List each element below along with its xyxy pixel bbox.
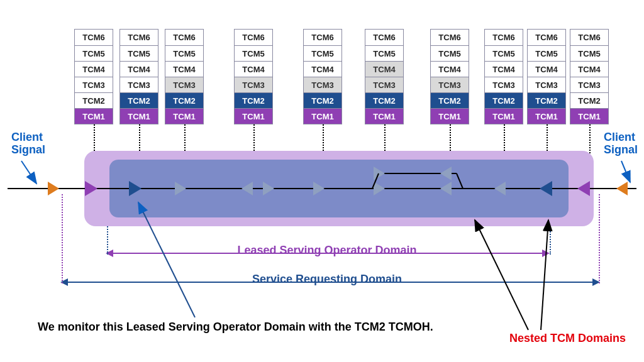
svg-line-3 — [475, 220, 528, 330]
tcm-cell: TCM4 — [165, 61, 203, 77]
triangle-grey-5b — [374, 167, 385, 180]
tcm-cell: TCM5 — [120, 45, 158, 61]
tcm-cell: TCM6 — [431, 30, 469, 45]
tcm-cell: TCM3 — [528, 77, 565, 92]
tcm-cell: TCM5 — [365, 45, 403, 61]
tcm-cell: TCM6 — [75, 30, 113, 45]
svg-line-4 — [541, 220, 548, 330]
svg-line-0 — [21, 161, 36, 184]
triangle-blue-left — [129, 181, 142, 196]
tcm-cell: TCM5 — [570, 45, 608, 61]
leased-label: Leased Serving Operator Domain — [201, 244, 453, 257]
svg-line-1 — [621, 161, 630, 182]
tcm-cell: TCM5 — [304, 45, 341, 61]
nested-label: Nested TCM Domains — [509, 332, 626, 345]
tcm-cell: TCM3 — [485, 77, 523, 92]
tcm-cell: TCM1 — [75, 108, 113, 124]
triangle-blue-right — [540, 181, 552, 196]
service-span — [68, 282, 592, 283]
tcm-cell: TCM6 — [120, 30, 158, 45]
triangle-orange-left — [48, 182, 59, 195]
service-label: Service Requesting Domain — [201, 273, 453, 286]
tcm-stack: TCM6TCM5TCM4TCM3TCM2TCM1 — [570, 29, 609, 124]
tcm-cell: TCM6 — [485, 30, 523, 45]
client-signal-left: ClientSignal — [11, 131, 45, 156]
tcm-cell: TCM2 — [431, 92, 469, 108]
tcm-cell: TCM5 — [75, 45, 113, 61]
dot-limit — [62, 194, 63, 283]
tcm-cell: TCM6 — [365, 30, 403, 45]
tcm-cell: TCM2 — [570, 92, 608, 108]
tcm-cell: TCM5 — [165, 45, 203, 61]
tcm-cell: TCM2 — [528, 92, 565, 108]
tcm-stack: TCM6TCM5TCM4TCM3TCM2TCM1 — [430, 29, 469, 124]
tcm-cell: TCM4 — [570, 61, 608, 77]
tcm-stack: TCM6TCM5TCM4TCM3TCM2TCM1 — [303, 29, 342, 124]
tcm-stack: TCM6TCM5TCM4TCM3TCM2TCM1 — [74, 29, 113, 124]
tcm-cell: TCM4 — [304, 61, 341, 77]
triangle-grey-4 — [313, 182, 325, 195]
tcm-cell: TCM6 — [570, 30, 608, 45]
tcm-cell: TCM1 — [485, 108, 523, 124]
tcm-cell: TCM2 — [304, 92, 341, 108]
tcm-cell: TCM3 — [365, 77, 403, 92]
leased-span — [112, 253, 543, 254]
tcm-cell: TCM5 — [528, 45, 565, 61]
tcm-cell: TCM1 — [431, 108, 469, 124]
tcm-cell: TCM4 — [120, 61, 158, 77]
tcm-cell: TCM1 — [165, 108, 203, 124]
tcm-cell: TCM1 — [528, 108, 565, 124]
tcm-cell: TCM2 — [165, 92, 203, 108]
client-signal-right: ClientSignal — [604, 131, 638, 156]
dot-limit — [599, 194, 600, 283]
tcm-cell: TCM5 — [485, 45, 523, 61]
tcm-cell: TCM4 — [431, 61, 469, 77]
tcm-cell: TCM6 — [304, 30, 341, 45]
tcm-stack: TCM6TCM5TCM4TCM3TCM2TCM1 — [234, 29, 273, 124]
triangle-grey-7 — [494, 182, 506, 195]
tcm-stack: TCM6TCM5TCM4TCM3TCM2TCM1 — [119, 29, 158, 124]
tcm-cell: TCM2 — [365, 92, 403, 108]
tcm-cell: TCM6 — [528, 30, 565, 45]
tcm-cell: TCM6 — [235, 30, 272, 45]
tcm-stack: TCM6TCM5TCM4TCM3TCM2TCM1 — [527, 29, 566, 124]
triangle-purple-right — [577, 181, 590, 196]
tcm-cell: TCM1 — [365, 108, 403, 124]
tcm-cell: TCM2 — [235, 92, 272, 108]
tcm-cell: TCM1 — [570, 108, 608, 124]
triangle-grey-6b — [440, 167, 452, 180]
tcm-stack: TCM6TCM5TCM4TCM3TCM2TCM1 — [165, 29, 204, 124]
tcm-cell: TCM2 — [120, 92, 158, 108]
tcm-cell: TCM3 — [165, 77, 203, 92]
tcm-cell: TCM3 — [120, 77, 158, 92]
triangle-grey-3 — [263, 182, 274, 195]
triangle-grey-5a — [374, 182, 385, 195]
tcm-cell: TCM1 — [120, 108, 158, 124]
tcm-stack: TCM6TCM5TCM4TCM3TCM2TCM1 — [484, 29, 523, 124]
tcm-cell: TCM6 — [165, 30, 203, 45]
tcm-stack: TCM6TCM5TCM4TCM3TCM2TCM1 — [365, 29, 404, 124]
tcm-cell: TCM4 — [75, 61, 113, 77]
tcm-cell: TCM3 — [235, 77, 272, 92]
tcm-cell: TCM4 — [528, 61, 565, 77]
triangle-grey-2 — [242, 182, 253, 195]
tcm-cell: TCM1 — [304, 108, 341, 124]
triangle-purple-left — [85, 181, 97, 196]
triangle-orange-right — [616, 182, 628, 195]
tcm-cell: TCM3 — [75, 77, 113, 92]
tcm-cell: TCM3 — [431, 77, 469, 92]
tcm-cell: TCM5 — [235, 45, 272, 61]
tcm-cell: TCM1 — [235, 108, 272, 124]
tcm-cell: TCM3 — [570, 77, 608, 92]
tcm-cell: TCM5 — [431, 45, 469, 61]
tcm-cell: TCM4 — [485, 61, 523, 77]
callout-text: We monitor this Leased Serving Operator … — [38, 321, 433, 334]
triangle-grey-6a — [440, 182, 452, 195]
tcm-cell: TCM2 — [75, 92, 113, 108]
tcm-cell: TCM3 — [304, 77, 341, 92]
tcm-cell: TCM2 — [485, 92, 523, 108]
tcm-cell: TCM4 — [235, 61, 272, 77]
tcm-cell: TCM4 — [365, 61, 403, 77]
triangle-grey-1 — [175, 182, 186, 195]
